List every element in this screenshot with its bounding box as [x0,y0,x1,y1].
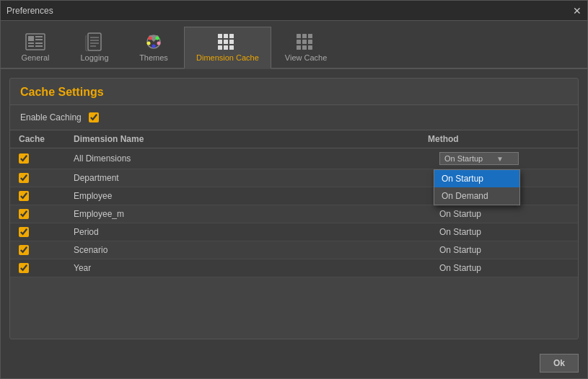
svg-rect-32 [308,40,312,44]
svg-rect-18 [218,34,222,38]
svg-rect-20 [229,34,234,38]
cell-name-5: Period [68,227,434,237]
row-checkbox-4[interactable] [19,209,29,219]
preferences-window: Preferences ✕ General [0,0,588,379]
svg-rect-29 [308,34,312,38]
tab-logging-label: Logging [80,53,108,62]
tab-bar: General Logging [1,21,587,69]
svg-rect-22 [224,40,228,44]
close-button[interactable]: ✕ [573,6,582,16]
cell-name-3: Employee [68,191,434,201]
method-dropdown-1[interactable]: On Startup ▼ [439,152,519,165]
tab-themes-label: Themes [139,53,168,62]
table-header: Cache Dimension Name Method [10,130,578,148]
svg-rect-26 [229,45,234,50]
tab-general-label: General [21,53,49,62]
row-checkbox-5[interactable] [19,227,29,237]
dropdown-option-on-demand[interactable]: On Demand [434,187,519,205]
svg-point-15 [152,45,156,48]
row-checkbox-7[interactable] [19,263,29,273]
main-content: Cache Settings Enable Caching Cache Dime… [1,69,587,348]
tab-dimension-cache-label: Dimension Cache [196,53,259,62]
view-cache-icon [294,32,317,52]
title-bar: Preferences ✕ [1,1,587,21]
svg-rect-25 [224,45,228,50]
method-text-7: On Startup [439,263,481,273]
cell-name-7: Year [68,263,434,273]
cell-method-1: On Startup ▼ On Startup On Demand [434,152,578,165]
svg-rect-31 [302,40,307,44]
logging-icon [83,32,106,52]
cell-name-6: Scenario [68,245,434,255]
dropdown-menu-1: On Startup On Demand [434,169,520,205]
svg-rect-21 [218,40,222,44]
dropdown-option-on-startup[interactable]: On Startup [434,170,519,187]
svg-rect-3 [28,45,34,47]
dropdown-arrow-icon: ▼ [496,155,504,163]
footer: Ok [1,348,587,378]
cell-cache-7 [10,263,68,273]
window-title: Preferences [6,6,53,16]
enable-caching-label: Enable Caching [20,112,82,122]
svg-rect-33 [297,45,301,50]
svg-point-13 [149,37,152,40]
svg-rect-23 [229,40,234,44]
svg-point-14 [156,37,159,40]
tab-view-cache[interactable]: View Cache [273,27,340,68]
svg-rect-27 [297,34,301,38]
svg-rect-7 [35,45,43,47]
table-row: Scenario On Startup [10,241,578,259]
svg-rect-2 [28,43,34,44]
row-checkbox-2[interactable] [19,173,29,183]
svg-rect-35 [308,45,312,50]
cell-cache-2 [10,173,68,183]
method-text-4: On Startup [439,209,481,219]
cell-cache-6 [10,245,68,255]
dimension-cache-icon [216,32,239,52]
cell-method-7: On Startup [434,263,578,273]
enable-caching-checkbox[interactable] [89,112,99,122]
header-method: Method [422,134,566,144]
dropdown-selected-value: On Startup [444,154,483,163]
cell-method-5: On Startup [434,227,578,237]
cell-name-2: Department [68,173,434,183]
svg-point-17 [157,42,161,45]
svg-rect-19 [224,34,228,38]
svg-rect-6 [35,43,43,44]
tab-general[interactable]: General [6,27,64,68]
ok-button[interactable]: Ok [540,354,579,373]
tab-themes[interactable]: Themes [125,27,183,68]
table-row: Year On Startup [10,259,578,277]
method-text-6: On Startup [439,245,481,255]
table-row: Period On Startup [10,223,578,241]
section-header: Cache Settings [10,79,578,105]
cell-cache-3 [10,191,68,201]
row-checkbox-6[interactable] [19,245,29,255]
table-row: All Dimensions On Startup ▼ On Startup O… [10,148,578,169]
header-dimension-name: Dimension Name [68,134,422,144]
svg-point-16 [147,42,151,45]
section-title: Cache Settings [20,86,104,98]
cache-settings-section: Cache Settings Enable Caching Cache Dime… [9,78,579,339]
enable-caching-row: Enable Caching [10,105,578,130]
general-icon [24,32,47,52]
svg-rect-1 [28,36,34,41]
cell-name-4: Employee_m [68,209,434,219]
cache-table: Cache Dimension Name Method All Dimensio… [10,130,578,339]
cell-cache-5 [10,227,68,237]
tab-dimension-cache[interactable]: Dimension Cache [184,27,271,69]
row-checkbox-3[interactable] [19,191,29,201]
svg-rect-4 [35,36,43,37]
tab-logging[interactable]: Logging [66,27,123,68]
table-row: Employee_m On Startup [10,205,578,223]
svg-rect-34 [302,45,307,50]
cell-cache-4 [10,209,68,219]
cell-name-1: All Dimensions [68,153,434,164]
table-body: All Dimensions On Startup ▼ On Startup O… [10,148,578,339]
tab-view-cache-label: View Cache [285,53,328,62]
cell-method-4: On Startup [434,209,578,219]
row-checkbox-1[interactable] [19,153,29,164]
cell-method-6: On Startup [434,245,578,255]
method-text-5: On Startup [439,227,481,237]
svg-rect-5 [35,39,43,40]
